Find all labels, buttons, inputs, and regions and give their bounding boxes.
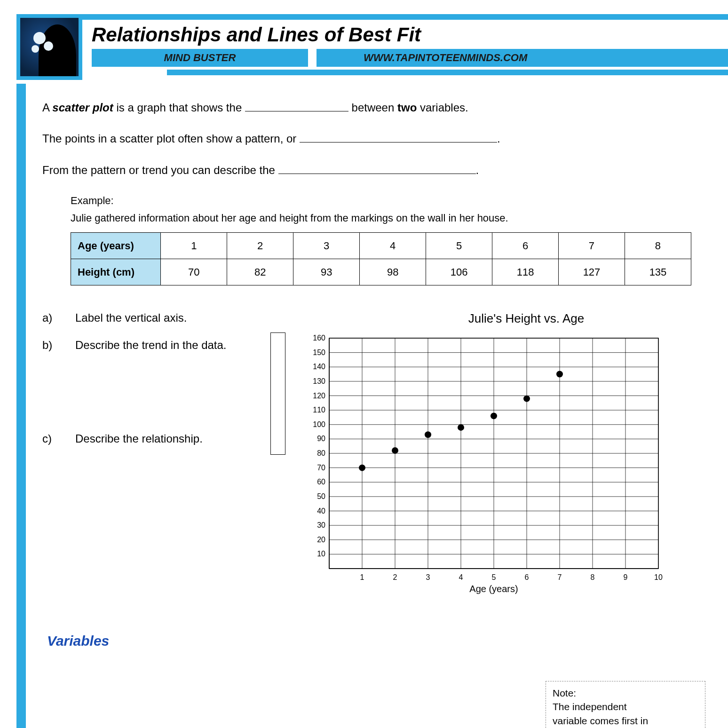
svg-text:Age (years): Age (years) <box>469 584 518 594</box>
svg-text:80: 80 <box>317 449 325 457</box>
svg-text:6: 6 <box>525 573 529 581</box>
svg-text:3: 3 <box>426 573 430 581</box>
questions-list: a) Label the vertical axis. b) Describe … <box>42 309 292 597</box>
top-accent-bar <box>75 14 728 20</box>
table-cell: 127 <box>559 259 625 285</box>
table-row: Height (cm) 70 82 93 98 106 118 127 135 <box>71 259 691 285</box>
svg-text:20: 20 <box>317 535 325 543</box>
variables-heading: Variables <box>47 630 714 652</box>
table-cell: 4 <box>360 232 426 259</box>
svg-point-61 <box>523 395 530 402</box>
example-block: Example: Julie gathered information abou… <box>71 192 714 285</box>
table-cell: 1 <box>161 232 227 259</box>
table-cell: 118 <box>492 259 559 285</box>
table-cell: 82 <box>227 259 293 285</box>
table-cell: 7 <box>559 232 625 259</box>
question-c: c) Describe the relationship. <box>42 430 292 448</box>
content-area: A scatter plot is a graph that shows the… <box>42 80 714 652</box>
question-a: a) Label the vertical axis. <box>42 309 292 327</box>
svg-point-60 <box>491 412 497 419</box>
note-box: Note: The independent variable comes fir… <box>546 681 705 728</box>
note-line: The independent <box>553 700 698 713</box>
subtitle-right: WWW.TAPINTOTEENMINDS.COM <box>317 49 728 67</box>
intro-line-2: The points in a scatter plot often show … <box>42 130 714 148</box>
svg-text:100: 100 <box>313 420 325 428</box>
logo <box>16 14 82 80</box>
svg-text:30: 30 <box>317 521 325 529</box>
subtitle-left: MIND BUSTER <box>92 49 308 67</box>
row-header: Age (years) <box>71 232 161 259</box>
note-label: Note: <box>553 686 698 700</box>
chart-svg: 1020304050607080901001101201301401501601… <box>301 333 668 597</box>
table-cell: 106 <box>426 259 492 285</box>
intro-line-1: A scatter plot is a graph that shows the… <box>42 99 714 117</box>
fill-blank[interactable] <box>245 111 348 111</box>
svg-point-57 <box>392 447 398 453</box>
svg-text:9: 9 <box>624 573 628 581</box>
svg-text:5: 5 <box>492 573 496 581</box>
table-cell: 6 <box>492 232 559 259</box>
table-cell: 8 <box>625 232 691 259</box>
note-line: variable comes first in <box>553 714 698 728</box>
intro-line-3: From the pattern or trend you can descri… <box>42 161 714 179</box>
svg-point-59 <box>458 424 464 430</box>
gear-icon <box>33 32 46 44</box>
data-table: Age (years) 1 2 3 4 5 6 7 8 Height (cm) … <box>71 232 691 285</box>
svg-point-62 <box>556 371 563 377</box>
svg-text:150: 150 <box>313 348 325 356</box>
svg-text:1: 1 <box>360 573 364 581</box>
svg-point-56 <box>359 464 365 471</box>
svg-text:10: 10 <box>654 573 663 581</box>
page-header: Relationships and Lines of Best Fit MIND… <box>0 0 728 80</box>
svg-text:2: 2 <box>393 573 397 581</box>
chart-title: Julie's Height vs. Age <box>339 309 714 329</box>
row-header: Height (cm) <box>71 259 161 285</box>
svg-text:4: 4 <box>459 573 463 581</box>
side-accent-bar <box>16 84 26 728</box>
question-b: b) Describe the trend in the data. <box>42 336 292 354</box>
page-title: Relationships and Lines of Best Fit <box>92 20 728 49</box>
table-cell: 135 <box>625 259 691 285</box>
svg-text:7: 7 <box>558 573 562 581</box>
svg-text:10: 10 <box>317 550 325 558</box>
mid-accent-bar <box>167 70 728 75</box>
table-row: Age (years) 1 2 3 4 5 6 7 8 <box>71 232 691 259</box>
svg-text:140: 140 <box>313 363 325 371</box>
fill-blank[interactable] <box>278 174 476 174</box>
y-axis-label-box[interactable] <box>270 332 285 455</box>
svg-text:90: 90 <box>317 435 325 443</box>
table-cell: 3 <box>293 232 360 259</box>
table-cell: 2 <box>227 232 293 259</box>
svg-text:120: 120 <box>313 391 325 399</box>
example-label: Example: <box>71 192 714 209</box>
fill-blank[interactable] <box>300 142 497 142</box>
table-cell: 93 <box>293 259 360 285</box>
svg-text:8: 8 <box>591 573 595 581</box>
svg-text:160: 160 <box>313 334 325 342</box>
table-cell: 98 <box>360 259 426 285</box>
gear-icon <box>32 45 39 53</box>
svg-point-58 <box>425 431 431 438</box>
table-cell: 70 <box>161 259 227 285</box>
example-desc: Julie gathered information about her age… <box>71 210 714 226</box>
svg-text:70: 70 <box>317 463 325 471</box>
svg-text:50: 50 <box>317 492 325 500</box>
table-cell: 5 <box>426 232 492 259</box>
svg-text:60: 60 <box>317 478 325 486</box>
scatter-chart: Julie's Height vs. Age 10203040506070809… <box>301 309 714 597</box>
svg-text:40: 40 <box>317 506 325 514</box>
svg-text:110: 110 <box>313 406 325 414</box>
svg-text:130: 130 <box>313 377 325 385</box>
gear-icon <box>44 41 53 51</box>
